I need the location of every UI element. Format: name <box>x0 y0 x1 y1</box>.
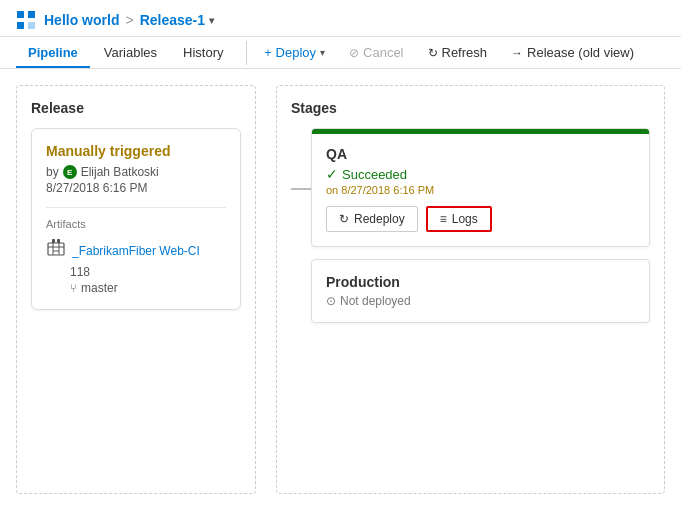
artifact-build: 118 <box>46 265 226 279</box>
cancel-icon: ⊘ <box>349 46 359 60</box>
artifact-branch: ⑂ master <box>46 281 226 295</box>
tab-pipeline[interactable]: Pipeline <box>16 37 90 68</box>
stage-status-qa: ✓ Succeeded <box>326 166 635 182</box>
release-panel: Release Manually triggered by E Elijah B… <box>16 85 256 494</box>
nav-divider <box>246 41 247 65</box>
release-panel-title: Release <box>31 100 241 116</box>
stages-connection: QA ✓ Succeeded on 8/27/2018 6:16 PM ↻ Re… <box>291 128 650 323</box>
top-bar: Hello world > Release-1 ▾ <box>0 0 681 37</box>
svg-rect-2 <box>17 22 24 29</box>
artifact-icon <box>46 238 66 263</box>
svg-rect-1 <box>28 11 35 18</box>
tab-history[interactable]: History <box>171 37 235 68</box>
artifact-item: _FabrikamFiber Web-CI 118 ⑂ master <box>46 238 226 295</box>
stages-panel: Stages QA ✓ Succeeded on 8/27/2018 6:16 … <box>276 85 665 494</box>
redeploy-icon: ↻ <box>339 212 349 226</box>
stage-card-body-qa: QA ✓ Succeeded on 8/27/2018 6:16 PM ↻ Re… <box>312 134 649 246</box>
deploy-chevron-icon: ▾ <box>320 47 325 58</box>
cancel-button[interactable]: ⊘ Cancel <box>339 41 413 64</box>
deploy-button[interactable]: + Deploy ▾ <box>255 41 335 64</box>
svg-rect-4 <box>48 243 64 255</box>
chevron-down-icon[interactable]: ▾ <box>209 15 214 26</box>
clock-icon: ⊙ <box>326 294 336 308</box>
branch-label: master <box>81 281 118 295</box>
branch-icon: ⑂ <box>70 282 77 294</box>
user-name: Elijah Batkoski <box>81 165 159 179</box>
breadcrumb: Hello world > Release-1 ▾ <box>44 12 214 28</box>
stage-date-qa: on 8/27/2018 6:16 PM <box>326 184 635 196</box>
arrow-right-icon: → <box>511 46 523 60</box>
stage-name-qa: QA <box>326 146 635 162</box>
logs-button[interactable]: ≡ Logs <box>426 206 492 232</box>
stage-status-production: ⊙ Not deployed <box>326 294 635 308</box>
release-date: 8/27/2018 6:16 PM <box>46 181 226 195</box>
toolbar-actions: + Deploy ▾ ⊘ Cancel ↻ Refresh → Release … <box>255 41 644 64</box>
svg-rect-11 <box>57 239 60 243</box>
stages-panel-title: Stages <box>291 100 650 116</box>
stages-list: QA ✓ Succeeded on 8/27/2018 6:16 PM ↻ Re… <box>311 128 650 323</box>
old-view-button[interactable]: → Release (old view) <box>501 41 644 64</box>
stage-card-production: Production ⊙ Not deployed <box>311 259 650 323</box>
stage-card-qa: QA ✓ Succeeded on 8/27/2018 6:16 PM ↻ Re… <box>311 128 650 247</box>
svg-rect-3 <box>28 22 35 29</box>
tab-variables[interactable]: Variables <box>92 37 169 68</box>
release-trigger: Manually triggered <box>46 143 226 159</box>
nav-tabs: Pipeline Variables History + Deploy ▾ ⊘ … <box>0 37 681 69</box>
release-by: by E Elijah Batkoski <box>46 165 226 179</box>
svg-rect-0 <box>17 11 24 18</box>
by-label: by <box>46 165 59 179</box>
card-divider <box>46 207 226 208</box>
stage-card-body-production: Production ⊙ Not deployed <box>312 260 649 322</box>
artifact-icon-row: _FabrikamFiber Web-CI <box>46 238 226 263</box>
logs-icon: ≡ <box>440 212 447 226</box>
stage-actions-qa: ↻ Redeploy ≡ Logs <box>326 206 635 232</box>
redeploy-button[interactable]: ↻ Redeploy <box>326 206 418 232</box>
refresh-icon: ↻ <box>428 46 438 60</box>
breadcrumb-separator: > <box>125 12 133 28</box>
release-card: Manually triggered by E Elijah Batkoski … <box>31 128 241 310</box>
stage-name-production: Production <box>326 274 635 290</box>
artifact-name[interactable]: _FabrikamFiber Web-CI <box>72 244 200 258</box>
main-content: Release Manually triggered by E Elijah B… <box>0 69 681 510</box>
breadcrumb-release[interactable]: Release-1 ▾ <box>140 12 214 28</box>
svg-rect-10 <box>52 239 55 243</box>
connector-line <box>291 188 311 190</box>
plus-icon: + <box>265 46 272 60</box>
breadcrumb-release-label: Release-1 <box>140 12 205 28</box>
app-icon <box>16 10 36 30</box>
refresh-button[interactable]: ↻ Refresh <box>418 41 498 64</box>
check-icon: ✓ <box>326 166 338 182</box>
artifacts-label: Artifacts <box>46 218 226 230</box>
user-avatar: E <box>63 165 77 179</box>
breadcrumb-app[interactable]: Hello world <box>44 12 119 28</box>
